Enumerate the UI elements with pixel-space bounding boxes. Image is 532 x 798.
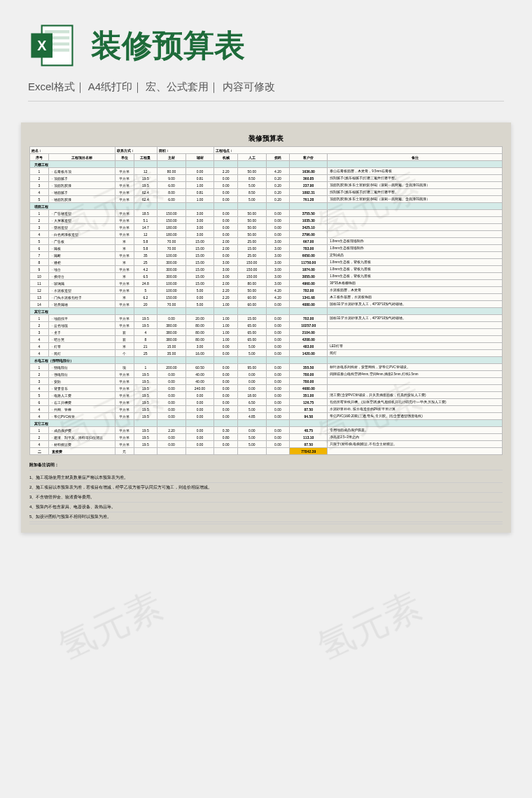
info-row: 姓名： 联系方式： 面积： 工程地点： <box>30 147 503 154</box>
divider <box>28 101 504 102</box>
table-row: 3· 顶面乳胶漆平方米19.56.001.000.005.000.20237.9… <box>30 182 503 189</box>
section-header: 天棚工程 <box>30 161 115 168</box>
table-row: 6· 隔板米5.870.0015.002.0015.003.00783.001.… <box>30 245 503 252</box>
table-row: 5· 墙面乳胶漆平方米62.46.001.000.005.000.20761.2… <box>30 196 503 203</box>
table-row: 11· 玻璃隔平方米24.8100.0015.002.0080.003.0049… <box>30 280 503 287</box>
page-title: 装修预算表 <box>91 25 245 66</box>
col-header: 机械 <box>214 154 238 161</box>
col-header: 损耗 <box>266 154 290 161</box>
section-header: 墙面工程 <box>30 203 115 210</box>
total-row: 二 直接费 元 77842.39 <box>30 448 503 455</box>
table-row: 4· 白色烤漆板造型平方米12180.003.000.0050.000.0027… <box>30 231 503 238</box>
column-headers: 序号工程项目名称单位工程量主材辅材机械人工损耗客户价备注 <box>30 154 503 161</box>
col-header: 备注 <box>328 154 503 161</box>
table-row: 4· 帝亿PVC线管平方米19.50.000.000.004.850.0094.… <box>30 413 503 420</box>
table-row: 2· 顶面腻子平方米19.59.000.810.008.500.20360.85… <box>30 175 503 182</box>
table-row: 13· 门头水泥板包柱子米6.2150.000.002.2060.004.201… <box>30 294 503 301</box>
table-row: 4· 吧台凳套8380.0080.001.0065.000.004208.00 <box>30 336 503 343</box>
table-row: 4· 筒灯个2535.0016.000.005.000.001420.00筒灯 <box>30 350 503 357</box>
table-row: 3· 桌子套4380.0080.001.0065.000.002104.00 <box>30 329 503 336</box>
table-row: 4· 外网、管棒平方米19.50.000.000.005.000.0097.50… <box>30 406 503 413</box>
table-row: 4· 墙面腻子平方米62.48.000.810.008.500.201092.3… <box>30 189 503 196</box>
col-header: 序号 <box>30 154 49 161</box>
table-row: 5· 电路人工费平方米19.50.000.000.0018.000.00351.… <box>30 392 503 399</box>
note-line: 3、不含物管押金、验渣费等费用。 <box>29 493 503 503</box>
col-header: 主材 <box>158 154 186 161</box>
budget-table: 姓名： 联系方式： 面积： 工程地点： 序号工程项目名称单位工程量主材辅材机械人… <box>29 146 503 455</box>
col-header: 人工 <box>238 154 267 161</box>
page-header: X 装修预算表 <box>0 0 532 80</box>
col-header: 工程项目名称 <box>49 154 115 161</box>
table-row: 6· 石工开槽费平方米19.50.000.000.006.500.00126.7… <box>30 399 503 406</box>
col-header: 辅材 <box>186 154 214 161</box>
table-row: 4· 背景音乐平方米19.50.00240.000.000.000.004680… <box>30 385 503 392</box>
note-line: 5、如设计图纸与预算不相符时以预算为准。 <box>29 512 503 522</box>
col-header: 工程量 <box>134 154 158 161</box>
table-row: 9· 地台平方米4.2300.0015.003.00150.003.001974… <box>30 266 503 273</box>
table-row: 3· 壁画造型平方米14.7180.003.000.0050.000.00342… <box>30 224 503 231</box>
table-row: 4· 灯带米2115.003.000.005.000.00483.00LED灯带 <box>30 343 503 350</box>
table-row: 3· 安防平方米19.50.0040.000.000.000.00780.00 <box>30 378 503 385</box>
svg-text:X: X <box>37 38 46 53</box>
notes-block: 附加备注说明： 1、施工现场使用主材及数量应严格以本预算表为准。2、施工项目以本… <box>29 461 503 524</box>
table-row: 12· 水泥板造型平方米5100.005.002.2050.004.20782.… <box>30 287 503 294</box>
table-row: 14· 轻质隔墙平方米2070.005.001.0060.000.004080.… <box>30 301 503 308</box>
table-row: 7· 隔断平方米35100.0015.000.0025.003.006650.0… <box>30 252 503 259</box>
table-row: 2· 大屏幕造型平方米5.1150.003.000.0050.000.00103… <box>30 217 503 224</box>
col-header: 单位 <box>115 154 134 161</box>
col-header: 客户价 <box>290 154 328 161</box>
table-row: 10· 接待台米6.5300.0015.003.00150.003.003055… <box>30 273 503 280</box>
table-row: 2· 蓝色地毯平方米19.5380.0080.001.0065.000.0010… <box>30 322 503 329</box>
table-row: 2· 强电部分平方米19.50.0040.000.000.000.00780.0… <box>30 371 503 378</box>
section-header: 其它工程 <box>30 308 115 315</box>
meta-info: Excel格式｜ A4纸打印｜ 宏、公式套用｜ 内容可修改 <box>0 80 532 101</box>
table-row: 5· 广告板米5.870.0015.002.0025.003.00667.001… <box>30 238 503 245</box>
note-line: 4、预算内不包含家具、电器设备、装饰品等。 <box>29 503 503 512</box>
table-row: 1· 成品保护费平方米19.52.200.000.300.000.0048.75… <box>30 427 503 434</box>
table-row: 8· 矮柜米25300.0015.003.00150.003.0011750.0… <box>30 259 503 266</box>
note-line: 1、施工现场使用主材及数量应严格以本预算表为准。 <box>29 473 503 483</box>
table-row: 2· 建渣、刮平灰、涂料等归位清运平方米19.50.000.000.805.00… <box>30 434 503 441</box>
table-row: 1· 弱电部分项1200.0060.500.0095.000.00355.50秋… <box>30 364 503 371</box>
svg-rect-1 <box>45 30 69 33</box>
excel-icon: X <box>28 21 77 70</box>
table-row: 4· 材料搬运费平方米19.50.000.000.005.000.0097.50… <box>30 441 503 448</box>
grand-total: 77842.39 <box>290 448 328 455</box>
table-row: 1· 石膏板吊顶平方米1280.000.002.2050.004.201636.… <box>30 168 503 175</box>
table-row: 1· 地面找平平方米19.50.0020.001.0015.000.00702.… <box>30 315 503 322</box>
table-row: 1· 广告墙造型平方米18.5150.003.000.0050.000.0037… <box>30 210 503 217</box>
spreadsheet-preview: 装修预算表 姓名： 联系方式： 面积： 工程地点： 序号工程项目名称单位工程量主… <box>21 122 511 533</box>
note-line: 2、施工项目以本预算表为准，若项目有增减，经甲乙双方签字认同后方可施工，则造价相… <box>29 483 503 493</box>
section-header: 其它工程 <box>30 420 115 427</box>
section-header: 水电工程（强\弱电部分） <box>30 357 115 364</box>
sheet-title: 装修预算表 <box>29 131 503 146</box>
